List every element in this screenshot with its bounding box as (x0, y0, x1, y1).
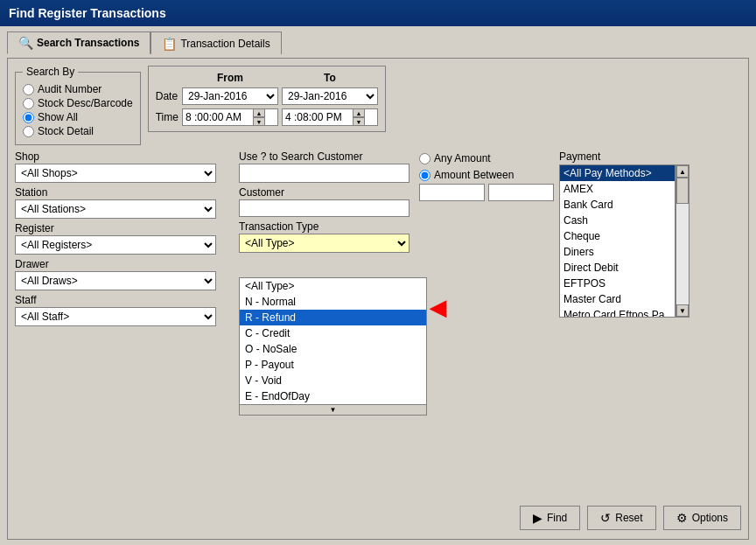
title-bar: Find Register Transactions (0, 0, 756, 26)
dropdown-item-payout[interactable]: P - Payout (240, 357, 426, 373)
from-time-spinner: ▲ ▼ (253, 108, 265, 126)
options-icon: ⚙ (676, 511, 688, 525)
register-label: Register (15, 222, 234, 234)
middle-section: Shop <All Shops> Station <All Stations> … (15, 150, 741, 495)
transaction-type-group: Transaction Type <All Type> (239, 220, 414, 253)
left-column: Shop <All Shops> Station <All Stations> … (15, 150, 234, 495)
to-date-select[interactable]: 29-Jan-2016 (282, 87, 378, 105)
payment-scroll-up[interactable]: ▲ (676, 165, 689, 178)
tab-content-area: Search By Audit Number Stock Desc/Barcod… (7, 58, 749, 540)
from-time-field[interactable] (183, 109, 253, 125)
station-group: Station <All Stations> (15, 186, 234, 219)
search-by-group: Search By Audit Number Stock Desc/Barcod… (15, 66, 141, 145)
use-search-label: Use ? to Search Customer (239, 150, 414, 163)
to-time-down[interactable]: ▼ (353, 117, 365, 126)
from-time-down[interactable]: ▼ (253, 117, 265, 126)
any-amount-row: Any Amount (419, 152, 554, 164)
date-time-box: From To Date 29-Jan-2016 29-Jan-2016 Tim… (148, 66, 386, 132)
station-select[interactable]: <All Stations> (15, 199, 216, 219)
payment-item-direct-debit[interactable]: Direct Debit (560, 260, 675, 276)
radio-stock-detail-label: Stock Detail (38, 125, 94, 137)
payment-item-all[interactable]: <All Pay Methods> (560, 165, 675, 181)
red-arrow-indicator: ◀ (430, 296, 445, 320)
drawer-label: Drawer (15, 258, 234, 270)
amount-between-radio[interactable] (419, 170, 430, 181)
options-button[interactable]: ⚙ Options (663, 506, 741, 530)
reset-label: Reset (615, 512, 642, 524)
shop-label: Shop (15, 150, 234, 163)
tab-search-transactions[interactable]: 🔍 Search Transactions (7, 31, 150, 54)
dropdown-item-normal[interactable]: N - Normal (240, 294, 426, 310)
window-title: Find Register Transactions (9, 6, 166, 20)
amount-from-input[interactable]: $-100.0000 (419, 184, 485, 201)
staff-select[interactable]: <All Staff> (15, 307, 216, 326)
radio-stock-detail: Stock Detail (23, 125, 133, 137)
radio-stock-desc-input[interactable] (23, 98, 34, 109)
dropdown-item-credit[interactable]: C - Credit (240, 325, 426, 341)
bottom-bar: ▶ Find ↺ Reset ⚙ Options (15, 500, 741, 532)
reset-icon: ↺ (600, 511, 611, 525)
customer-input[interactable] (239, 199, 410, 217)
reset-button[interactable]: ↺ Reset (587, 506, 655, 530)
customer-group: Customer (239, 186, 414, 217)
drawer-group: Drawer <All Draws> (15, 258, 234, 290)
dropdown-item-void[interactable]: V - Void (240, 373, 426, 388)
payment-item-diners[interactable]: Diners (560, 244, 675, 260)
payment-item-eftpos[interactable]: EFTPOS (560, 276, 675, 291)
radio-stock-detail-input[interactable] (23, 126, 34, 137)
from-date-select[interactable]: 29-Jan-2016 (182, 87, 278, 105)
radio-show-all: Show All (23, 111, 133, 123)
radio-audit: Audit Number (23, 83, 133, 95)
dropdown-scroll-bar[interactable]: ▼ (240, 404, 426, 415)
payment-list: <All Pay Methods> AMEX Bank Card Cash Ch… (559, 164, 676, 318)
dropdown-item-eod[interactable]: E - EndOfDay (240, 388, 426, 404)
staff-group: Staff <All Staff> (15, 294, 234, 326)
amount-between-label: Amount Between (434, 169, 514, 181)
from-time-input: ▲ ▼ (182, 108, 278, 126)
dropdown-item-refund[interactable]: R - Refund (240, 310, 426, 325)
payment-item-bankcard[interactable]: Bank Card (560, 197, 675, 213)
dropdown-item-all[interactable]: <All Type> (240, 278, 426, 294)
radio-show-all-input[interactable] (23, 112, 34, 123)
customer-search-group: Use ? to Search Customer (239, 150, 414, 183)
customer-label: Customer (239, 186, 414, 199)
to-time-field[interactable] (283, 109, 353, 125)
to-time-spinner: ▲ ▼ (353, 108, 365, 126)
payment-scroll-down[interactable]: ▼ (676, 304, 689, 317)
customer-search-input[interactable] (239, 164, 410, 183)
radio-stock-desc-label: Stock Desc/Barcode (38, 97, 133, 109)
payment-item-amex[interactable]: AMEX (560, 181, 675, 197)
radio-stock-desc: Stock Desc/Barcode (23, 97, 133, 109)
content-area: 🔍 Search Transactions 📋 Transaction Deta… (0, 26, 756, 545)
any-amount-label: Any Amount (434, 152, 491, 164)
time-label: Time (156, 111, 178, 123)
any-amount-radio[interactable] (419, 153, 430, 164)
payment-list-container: <All Pay Methods> AMEX Bank Card Cash Ch… (559, 164, 695, 318)
shop-select[interactable]: <All Shops> (15, 164, 216, 183)
payment-item-cheque[interactable]: Cheque (560, 228, 675, 244)
register-select[interactable]: <All Registers> (15, 235, 216, 255)
transaction-type-select[interactable]: <All Type> (239, 234, 410, 253)
payment-scroll-thumb[interactable] (676, 178, 689, 204)
drawer-select[interactable]: <All Draws> (15, 271, 216, 290)
dropdown-item-nosale[interactable]: O - NoSale (240, 341, 426, 357)
center-column: Use ? to Search Customer Customer Transa… (239, 150, 414, 495)
payment-item-cash[interactable]: Cash (560, 213, 675, 228)
payment-item-mastercard[interactable]: Master Card (560, 291, 675, 307)
from-time-up[interactable]: ▲ (253, 108, 265, 117)
find-icon: ▶ (533, 511, 542, 525)
find-label: Find (547, 512, 567, 524)
to-time-up[interactable]: ▲ (353, 108, 365, 117)
right-section: Any Amount Amount Between $-100.0000 $0.… (419, 150, 554, 495)
transaction-type-label: Transaction Type (239, 220, 414, 233)
find-button[interactable]: ▶ Find (520, 506, 580, 530)
amount-between-row: Amount Between (419, 169, 554, 181)
options-label: Options (692, 512, 728, 524)
from-header: From (182, 72, 278, 84)
tab-transaction-details[interactable]: 📋 Transaction Details (150, 31, 281, 54)
to-header: To (282, 72, 378, 84)
amount-to-input[interactable]: $0.0000 (488, 184, 554, 201)
payment-item-metro[interactable]: Metro Card Eftpos Pa (560, 307, 675, 318)
radio-audit-input[interactable] (23, 84, 34, 95)
details-icon: 📋 (162, 37, 177, 51)
